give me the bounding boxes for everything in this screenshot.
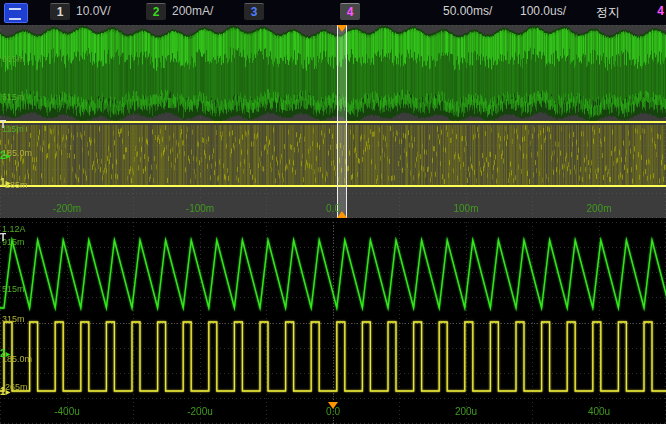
oscilloscope-screen: 1 10.0V/ 2 200mA/ 3 4 50.00ms/ 100.0us/ … [0,0,666,424]
zoom-waveform-canvas [0,222,666,424]
timebase-main[interactable]: 50.00ms/ [443,4,492,18]
time-label: -400u [54,406,80,417]
time-reference-marker-top[interactable] [337,25,347,32]
scale-label: 915m [2,55,25,64]
channel-3-button[interactable]: 3 [244,3,264,20]
trigger-source-indicator: 4 [657,4,664,18]
channel-2-scale: 200mA/ [172,4,213,18]
channel-2-ground-marker[interactable]: 2▸ [0,348,11,359]
zoom-window-region[interactable] [338,25,346,218]
time-label: 400u [588,406,610,417]
main-waveform-canvas [0,25,666,218]
channel-1-scale: 10.0V/ [76,4,111,18]
time-label: -100m [186,203,214,214]
zoom-window-left-handle[interactable] [337,25,338,218]
channel-4-button[interactable]: 4 [340,3,360,20]
channel-1-ground-marker[interactable]: 1▸ [0,177,11,188]
run-status[interactable]: 정지 [596,4,620,21]
zoom-window-right-handle[interactable] [346,25,347,218]
channel-2-button[interactable]: 2 [146,3,166,20]
channel-2-ground-marker[interactable]: 2▸ [0,150,11,161]
time-label: 100m [453,203,478,214]
channel-1-button[interactable]: 1 [50,3,70,20]
time-label: 0.0 [326,406,340,417]
status-bar: 1 10.0V/ 2 200mA/ 3 4 50.00ms/ 100.0us/ … [0,0,666,25]
scale-label: 515m [2,285,25,294]
scale-label: 315m [2,315,25,324]
time-label: 0.0 [326,203,340,214]
timebase-zoom[interactable]: 100.0us/ [520,4,566,18]
channel-1-ground-marker[interactable]: 1▸ [0,386,11,397]
time-label: -200m [53,203,81,214]
trigger-level-marker[interactable]: T [0,232,6,243]
main-timebase-region: 915m 515m 115m 185.0m -285m T 2▸ 1▸ -200… [0,25,666,218]
time-label: 200m [586,203,611,214]
time-label: -200u [187,406,213,417]
trigger-level-marker[interactable]: T [0,119,6,130]
scale-label: 515m [2,93,25,102]
time-label: 200u [455,406,477,417]
zoom-timebase-region: 1.12A 915m 515m 315m 185.0m -265m T 2▸ 1… [0,222,666,424]
menu-icon [9,8,21,20]
menu-button[interactable] [4,3,28,23]
